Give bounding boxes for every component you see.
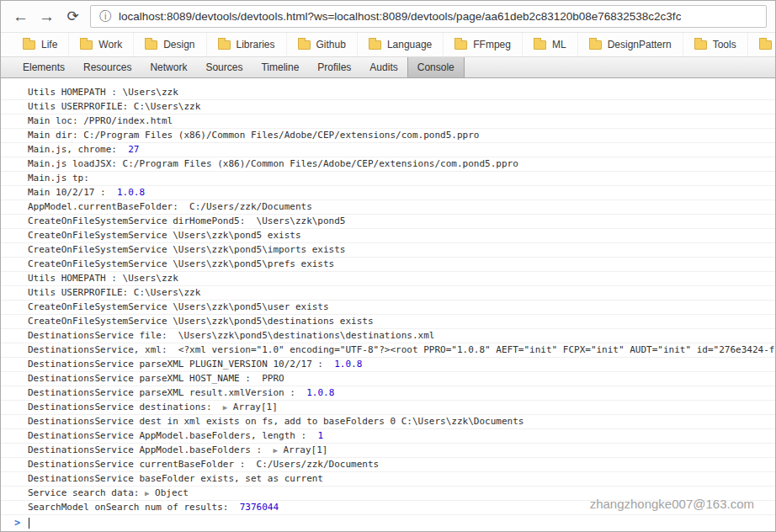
log-text: DestinationsService baseFolder exists, s… [28,473,323,484]
log-text: Main.js, chrome: [28,144,128,155]
console-log-line: DestinationsService baseFolder exists, s… [1,472,775,487]
console-log-line: Main loc: /PPRO/index.html [1,114,775,129]
console-log-line: DestinationsService file: \Users\zzk\pon… [1,329,775,343]
bookmark-tools[interactable]: Tools [683,33,748,56]
bookmarks-bar: LifeWorkDesignLibrariesGithubLanguageFFm… [1,33,775,57]
log-text: Array[1] [278,444,328,455]
bookmark-github[interactable]: Github [287,33,358,56]
console-log-line: CreateOnFileSystemService \Users\zzk\pon… [1,229,775,243]
tab-profiles[interactable]: Profiles [308,57,360,77]
log-text: DestinationsService file: \Users\zzk\pon… [28,330,434,341]
bookmark-items: LifeWorkDesignLibrariesGithubLanguageFFm… [12,33,776,56]
bookmark-label: Language [387,39,432,51]
bookmark-label: Work [98,39,122,51]
tab-sources[interactable]: Sources [196,57,252,77]
bookmark-math[interactable]: Math [748,33,776,56]
browser-window: ← → ⟳ ⓘ localhost:8089/devtools/devtools… [0,0,776,532]
console-log-line: Main 10/2/17 : 1.0.8 [1,186,775,200]
log-text: 1 [317,430,323,441]
refresh-button[interactable]: ⟳ [60,9,86,24]
console-log-line: DestinationsService parseXML result.xmlV… [1,386,775,401]
tab-console[interactable]: Console [407,57,465,77]
console-log-line: CreateOnFileSystemService \Users\zzk\pon… [1,258,775,272]
console-log-line: CreateOnFileSystemService \Users\zzk\pon… [1,315,775,329]
log-text: 1.0.8 [334,359,362,370]
bookmark-design[interactable]: Design [134,33,206,56]
url-text[interactable]: localhost:8089/devtools/devtools.html?ws… [119,10,681,23]
console-log-line: DestinationsService dest in xml exists o… [1,415,775,429]
devtools-tabbar: ElementsResourcesNetworkSourcesTimelineP… [1,57,775,78]
bookmark-ffmpeg[interactable]: FFmpeg [444,33,523,56]
console-log-line: DestinationsService AppModel.baseFolders… [1,444,775,458]
bookmark-label: Libraries [237,39,275,51]
browser-toolbar: ← → ⟳ ⓘ localhost:8089/devtools/devtools… [1,1,775,33]
log-text: CreateOnFileSystemService dirHomePond5: … [28,215,346,226]
log-text: AppModel.currentBaseFolder: C:/Users/zzk… [28,201,312,212]
console-log-line: Utils HOMEPATH : \Users\zzk [1,86,775,100]
bookmark-designpattern[interactable]: DesignPattern [578,33,683,56]
tab-timeline[interactable]: Timeline [252,57,308,77]
bookmark-label: ML [552,39,566,51]
log-text: DestinationsService dest in xml exists o… [28,416,524,427]
folder-icon [369,40,381,50]
console-log-line: Utils HOMEPATH : \Users\zzk [1,272,775,286]
bookmark-label: Life [41,39,57,51]
console-log-line: DestinationsService destinations: ▶ Arra… [1,401,775,415]
folder-icon [145,40,157,50]
log-text: Utils USERPROFILE: C:\Users\zzk [28,101,200,112]
console-log-line: CreateOnFileSystemService dirHomePond5: … [1,215,775,229]
bookmark-libraries[interactable]: Libraries [207,33,287,56]
bookmark-life[interactable]: Life [12,33,69,56]
folder-icon [23,40,35,50]
log-text: 27 [128,144,139,155]
console-log-line: DestinationsService parseXML HOST_NAME :… [1,372,775,386]
log-text: Main dir: C:/Program Files (x86)/Common … [28,130,479,141]
log-text: Utils HOMEPATH : \Users\zzk [28,273,178,284]
log-text: DestinationsService currentBaseFolder : … [28,459,379,470]
bookmark-label: Design [163,39,194,51]
tab-network[interactable]: Network [141,57,196,77]
address-bar[interactable]: ⓘ localhost:8089/devtools/devtools.html?… [90,5,767,28]
console-log-line: DestinationsService currentBaseFolder : … [1,458,775,472]
prompt-chevron-icon: > [14,517,20,529]
log-text: DestinationsService destinations: [28,402,223,412]
log-text: DestinationsService parseXML HOST_NAME :… [28,373,284,384]
log-text: Main.js tp: [28,173,89,184]
tab-audits[interactable]: Audits [360,57,407,77]
folder-icon [218,40,231,50]
log-text: 7376044 [240,502,279,513]
log-text: Utils HOMEPATH : \Users\zzk [28,87,178,98]
log-text: Main 10/2/17 : [28,187,117,198]
folder-icon [694,40,707,50]
log-text: Main loc: /PPRO/index.html [28,115,173,126]
console-log-line: Main.js loadJSX: C:/Program Files (x86)/… [1,157,775,172]
console-log-line: AppModel.currentBaseFolder: C:/Users/zzk… [1,200,775,215]
log-text: DestinationsService AppModel.baseFolders… [28,430,317,441]
log-text: CreateOnFileSystemService \Users\zzk\pon… [28,230,301,241]
tab-elements[interactable]: Elements [13,57,74,77]
bookmark-label: Tools [713,39,736,51]
bookmark-work[interactable]: Work [69,33,134,56]
log-text: Utils USERPROFILE: C:\Users\zzk [28,287,200,298]
bookmark-language[interactable]: Language [358,33,444,56]
console-panel[interactable]: Utils HOMEPATH : \Users\zzkUtils USERPRO… [1,78,775,531]
tab-resources[interactable]: Resources [74,57,141,77]
folder-icon [454,40,467,50]
log-text: DestinationsService AppModel.baseFolders… [28,444,273,455]
console-log-line: DestinationsService AppModel.baseFolders… [1,429,775,444]
bookmark-ml[interactable]: ML [523,33,578,56]
log-text: Service search data: [28,487,145,498]
log-text: Object [150,487,189,498]
console-prompt[interactable]: > [1,515,775,530]
page-info-icon[interactable]: ⓘ [99,9,111,24]
console-log-line: CreateOnFileSystemService \Users\zzk\pon… [1,243,775,258]
folder-icon [759,40,772,50]
log-text: Main.js loadJSX: C:/Program Files (x86)/… [28,158,518,169]
console-log-line: SearchModel onSearch num of results: 737… [1,501,775,515]
back-button[interactable]: ← [8,8,34,24]
log-text: DestinationsService, xml: <?xml version=… [28,344,774,355]
forward-button[interactable]: → [34,8,60,24]
bookmark-label: FFmpeg [473,39,511,51]
folder-icon [534,40,546,50]
log-text: CreateOnFileSystemService \Users\zzk\pon… [28,244,346,255]
